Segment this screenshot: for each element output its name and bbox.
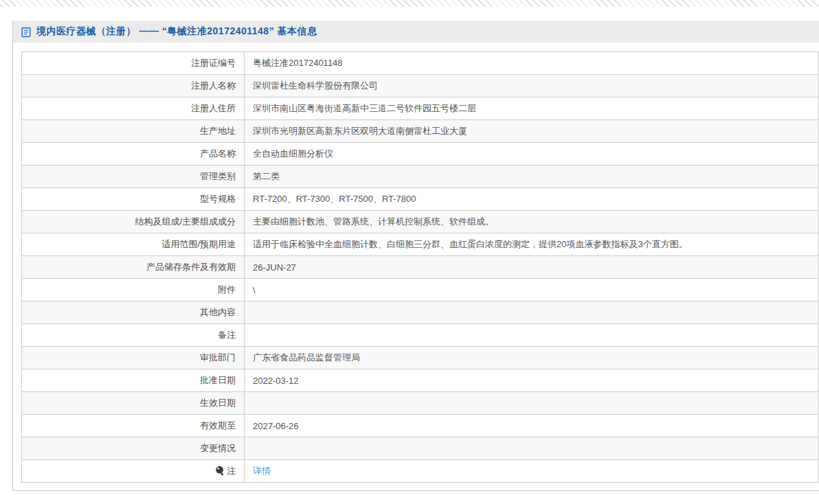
row-label: 批准日期 <box>22 369 245 392</box>
row-label: 结构及组成/主要组成成分 <box>22 211 245 233</box>
table-row: 审批部门 广东省食品药品监督管理局 <box>22 347 819 369</box>
table-wrap: 注册证编号 粤械注准20172401148 注册人名称 深圳雷杜生命科学股份有限… <box>21 51 819 483</box>
row-label-text: 注册人住所 <box>191 103 236 113</box>
row-value <box>245 392 819 415</box>
row-value: 深圳市光明新区高新东片区双明大道南侧雷杜工业大厦 <box>245 120 819 143</box>
row-value: 深圳雷杜生命科学股份有限公司 <box>245 75 819 98</box>
row-label-text: 审批部门 <box>200 352 236 363</box>
row-value: 深圳市南山区粤海街道高新中三道二号软件园五号楼二层 <box>245 98 819 120</box>
row-label: 注册证编号 <box>22 52 245 75</box>
registration-table-body: 注册证编号 粤械注准20172401148 注册人名称 深圳雷杜生命科学股份有限… <box>22 52 819 483</box>
table-row: 有效期至 2027-06-26 <box>22 415 819 437</box>
row-label-text: 管理类别 <box>200 171 236 181</box>
row-label: 管理类别 <box>22 165 245 188</box>
row-value: 详情 <box>245 460 819 483</box>
row-label-text: 附件 <box>218 284 236 295</box>
row-label: 产品储存条件及有效期 <box>22 256 245 279</box>
top-hatch-pattern <box>0 0 819 7</box>
table-row: 适用范围/预期用途 适用于临床检验中全血细胞计数、白细胞三分群、血红蛋白浓度的测… <box>22 233 819 256</box>
document-icon <box>21 27 32 38</box>
row-label-text: 注册证编号 <box>191 58 236 68</box>
row-label: 注 <box>22 460 245 483</box>
row-label-text: 生产地址 <box>200 126 236 136</box>
table-row: 批准日期 2022-03-12 <box>22 369 819 392</box>
page-title: 境内医疗器械（注册） —— “粤械注准20172401148” 基本信息 <box>36 25 317 38</box>
row-value: 适用于临床检验中全血细胞计数、白细胞三分群、血红蛋白浓度的测定，提供20项血液参… <box>245 233 819 256</box>
row-value: 第二类 <box>245 165 819 188</box>
table-row: 变更情况 <box>22 437 819 460</box>
row-value: 2022-03-12 <box>245 369 819 392</box>
row-label: 注册人名称 <box>22 75 245 98</box>
row-label-text: 注册人名称 <box>191 80 236 91</box>
table-row: 注 详情 <box>22 460 819 483</box>
row-value <box>245 437 819 460</box>
row-label-text: 结构及组成/主要组成成分 <box>135 216 236 227</box>
row-label-text: 产品储存条件及有效期 <box>146 262 236 272</box>
row-value: \ <box>245 279 819 301</box>
row-label-text: 有效期至 <box>200 420 236 431</box>
row-label: 生产地址 <box>22 120 245 143</box>
table-row: 结构及组成/主要组成成分 主要由细胞计数池、管路系统、计算机控制系统、软件组成。 <box>22 211 819 233</box>
row-label: 型号规格 <box>22 188 245 211</box>
table-row: 产品储存条件及有效期 26-JUN-27 <box>22 256 819 279</box>
row-label: 其他内容 <box>22 301 245 324</box>
row-value: 粤械注准20172401148 <box>245 52 819 75</box>
row-label-text: 变更情况 <box>200 443 236 453</box>
bulb-icon <box>215 466 225 478</box>
table-row: 其他内容 <box>22 301 819 324</box>
detail-link[interactable]: 详情 <box>253 466 271 476</box>
table-row: 产品名称 全自动血细胞分析仪 <box>22 143 819 165</box>
table-row: 注册证编号 粤械注准20172401148 <box>22 52 819 75</box>
row-label-text: 批准日期 <box>200 375 236 385</box>
row-label-text: 备注 <box>218 330 236 340</box>
row-label-text: 注 <box>227 466 236 476</box>
row-label: 变更情况 <box>22 437 245 460</box>
table-row: 附件 \ <box>22 279 819 301</box>
row-label-text: 其他内容 <box>200 307 236 317</box>
table-row: 型号规格 RT-7200、RT-7300、RT-7500、RT-7800 <box>22 188 819 211</box>
table-row: 管理类别 第二类 <box>22 165 819 188</box>
row-label: 生效日期 <box>22 392 245 415</box>
row-label-text: 适用范围/预期用途 <box>161 239 236 249</box>
row-value: 2027-06-26 <box>245 415 819 437</box>
row-label-text: 产品名称 <box>200 148 236 159</box>
row-label: 注册人住所 <box>22 98 245 120</box>
row-value <box>245 301 819 324</box>
row-value: 主要由细胞计数池、管路系统、计算机控制系统、软件组成。 <box>245 211 819 233</box>
row-label: 附件 <box>22 279 245 301</box>
row-label: 审批部门 <box>22 347 245 369</box>
row-label-text: 生效日期 <box>200 398 236 408</box>
row-label: 产品名称 <box>22 143 245 165</box>
row-value: 全自动血细胞分析仪 <box>245 143 819 165</box>
registration-info-panel: 境内医疗器械（注册） —— “粤械注准20172401148” 基本信息 注册证… <box>12 21 819 491</box>
panel-header: 境内医疗器械（注册） —— “粤械注准20172401148” 基本信息 <box>13 21 819 43</box>
row-value <box>245 324 819 347</box>
row-label: 有效期至 <box>22 415 245 437</box>
table-row: 生效日期 <box>22 392 819 415</box>
row-label-text: 型号规格 <box>200 194 236 204</box>
row-value: 广东省食品药品监督管理局 <box>245 347 819 369</box>
row-value: 26-JUN-27 <box>245 256 819 279</box>
table-row: 备注 <box>22 324 819 347</box>
row-value: RT-7200、RT-7300、RT-7500、RT-7800 <box>245 188 819 211</box>
row-label: 适用范围/预期用途 <box>22 233 245 256</box>
table-row: 生产地址 深圳市光明新区高新东片区双明大道南侧雷杜工业大厦 <box>22 120 819 143</box>
row-label: 备注 <box>22 324 245 347</box>
page: 境内医疗器械（注册） —— “粤械注准20172401148” 基本信息 注册证… <box>0 0 819 504</box>
table-row: 注册人名称 深圳雷杜生命科学股份有限公司 <box>22 75 819 98</box>
table-row: 注册人住所 深圳市南山区粤海街道高新中三道二号软件园五号楼二层 <box>22 98 819 120</box>
registration-table: 注册证编号 粤械注准20172401148 注册人名称 深圳雷杜生命科学股份有限… <box>21 51 819 483</box>
